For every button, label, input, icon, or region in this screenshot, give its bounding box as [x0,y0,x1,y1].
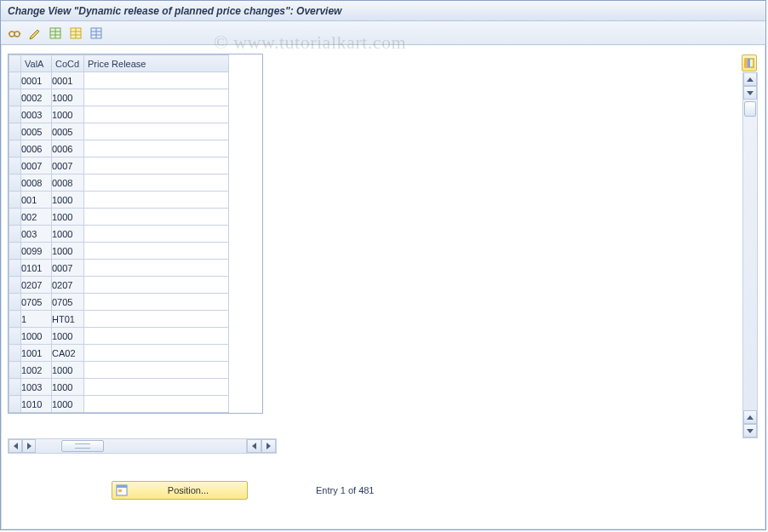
table-row[interactable]: 00050005 [9,123,229,140]
cell-price-release[interactable] [84,311,229,328]
cell-price-release[interactable] [84,277,229,294]
chevron-right-icon [267,443,271,449]
deselect-all-button[interactable] [88,25,105,42]
scroll-right-step-button[interactable] [22,439,36,453]
cell-price-release[interactable] [84,260,229,277]
table-row[interactable]: 00031000 [9,106,229,123]
scroll-right-button[interactable] [261,439,276,453]
cell-price-release[interactable] [84,192,229,209]
scroll-up-step-button[interactable] [743,410,757,424]
row-selector[interactable] [9,157,21,174]
table-row[interactable]: 10021000 [9,362,229,379]
row-selector[interactable] [9,294,21,311]
scroll-down-step-button[interactable] [743,86,757,100]
cell-price-release[interactable] [84,123,229,140]
chevron-right-icon [27,443,32,449]
table-row[interactable]: 00070007 [9,157,229,174]
row-selector[interactable] [9,192,21,209]
vertical-scrollbar[interactable] [742,72,758,438]
row-selector[interactable] [9,396,21,413]
scroll-left-button[interactable] [9,439,22,453]
row-selector[interactable] [9,260,21,277]
data-grid[interactable]: ValA CoCd Price Release 0001000100021000… [9,54,229,413]
page-title: Change View "Dynamic release of planned … [8,5,341,17]
table-row[interactable]: 0011000 [9,192,229,209]
table-row[interactable]: 02070207 [9,277,229,294]
table-row[interactable]: 10001000 [9,328,229,345]
table-row[interactable]: 1HT01 [9,311,229,328]
cell-price-release[interactable] [84,106,229,123]
table-row[interactable]: 00060006 [9,140,229,157]
scroll-up-button[interactable] [743,72,757,86]
cell-price-release[interactable] [84,243,229,260]
row-selector[interactable] [9,106,21,123]
cell-price-release[interactable] [84,362,229,379]
row-selector[interactable] [9,226,21,243]
position-button[interactable]: Position... [112,481,248,500]
cell-price-release[interactable] [84,396,229,413]
grid-container: ValA CoCd Price Release 0001000100021000… [8,54,272,488]
cell-vala: 1001 [21,345,52,362]
row-selector[interactable] [9,72,21,89]
change-display-button[interactable] [26,25,43,42]
table-row[interactable]: 0031000 [9,226,229,243]
cell-price-release[interactable] [84,379,229,396]
horizontal-scrollbar[interactable] [8,438,247,454]
cell-vala: 0005 [21,123,52,140]
scroll-down-button[interactable] [743,424,757,438]
position-button-label: Position... [133,485,244,495]
cell-cocd: 0008 [52,174,84,192]
table-row[interactable]: 01010007 [9,260,229,277]
scroll-left-step-button[interactable] [247,439,261,453]
table-row[interactable]: 10031000 [9,379,229,396]
hscroll-track[interactable] [36,439,246,453]
row-selector[interactable] [9,174,21,192]
hscroll-thumb[interactable] [61,440,104,452]
row-selector[interactable] [9,379,21,396]
table-row[interactable]: 1001CA02 [9,345,229,362]
cell-price-release[interactable] [84,157,229,174]
row-selector[interactable] [9,89,21,106]
position-icon [116,484,128,496]
cell-price-release[interactable] [84,345,229,362]
row-selector[interactable] [9,140,21,157]
column-header-cocd[interactable]: CoCd [52,55,84,72]
cell-price-release[interactable] [84,294,229,311]
cell-price-release[interactable] [84,72,229,89]
table-row[interactable]: 10101000 [9,396,229,413]
cell-price-release[interactable] [84,209,229,226]
row-selector[interactable] [9,311,21,328]
cell-price-release[interactable] [84,140,229,157]
scroll-track[interactable] [743,100,757,410]
other-view-button[interactable] [6,25,23,42]
select-all-column-header[interactable] [9,55,21,72]
row-selector[interactable] [9,345,21,362]
row-selector[interactable] [9,362,21,379]
configure-columns-button[interactable] [742,54,757,72]
cell-vala: 1003 [21,379,52,396]
cell-price-release[interactable] [84,226,229,243]
row-selector[interactable] [9,243,21,260]
cell-vala: 002 [21,209,52,226]
scroll-thumb[interactable] [744,101,756,117]
cell-price-release[interactable] [84,328,229,345]
cell-price-release[interactable] [84,174,229,192]
select-all-button[interactable] [47,25,64,42]
table-row[interactable]: 00991000 [9,243,229,260]
cell-vala: 0705 [21,294,52,311]
table-row[interactable]: 00080008 [9,174,229,192]
table-row[interactable]: 07050705 [9,294,229,311]
row-selector[interactable] [9,123,21,140]
save-button[interactable] [67,25,84,42]
table-row[interactable]: 00010001 [9,72,229,89]
column-header-vala[interactable]: ValA [21,55,52,72]
column-header-price-release[interactable]: Price Release [84,55,229,72]
cell-cocd: HT01 [52,311,84,328]
table-row[interactable]: 0021000 [9,209,229,226]
row-selector[interactable] [9,209,21,226]
table-row[interactable]: 00021000 [9,89,229,106]
row-selector[interactable] [9,277,21,294]
cell-price-release[interactable] [84,89,229,106]
row-selector[interactable] [9,328,21,345]
app-window: Change View "Dynamic release of planned … [0,0,766,530]
